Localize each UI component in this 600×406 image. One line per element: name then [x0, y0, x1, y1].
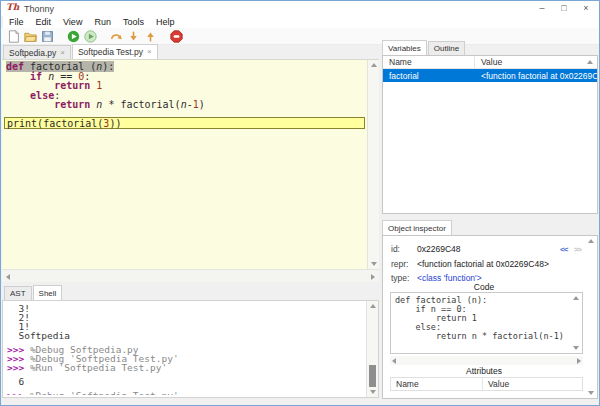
inspector-tabstrip: Object inspector	[382, 221, 453, 235]
id-label: id:	[391, 244, 417, 254]
step-out-icon[interactable]	[143, 29, 157, 43]
inspector-id-row: id: 0x2269C48 << >>	[391, 244, 581, 254]
tab-label: Object inspector	[388, 224, 446, 233]
tab-ast[interactable]: AST	[4, 286, 32, 300]
tab-variables[interactable]: Variables	[382, 40, 427, 55]
thonny-window: Th Thonny – □ × File Edit View Run Tools…	[0, 0, 600, 406]
code-line: print(factorial(3))	[4, 117, 365, 129]
nav-back-icon[interactable]: <<	[560, 245, 567, 254]
inspector-code-hscrollbar[interactable]	[390, 356, 583, 365]
variable-value: <function factorial at 0x02269C48>	[475, 71, 597, 81]
menu-help[interactable]: Help	[150, 17, 181, 27]
attributes-header-value: Value	[483, 379, 582, 389]
object-inspector-panel: id: 0x2269C48 << >> repr: <function fact…	[382, 235, 598, 399]
scroll-left-icon[interactable]	[392, 358, 396, 364]
scroll-down-icon[interactable]	[573, 346, 579, 350]
id-value: 0x2269C48	[417, 244, 460, 254]
scroll-down-icon[interactable]	[588, 391, 594, 395]
code-line: 2!	[7, 313, 364, 322]
variables-panel: Name Value factorial <function factorial…	[382, 55, 598, 214]
tab-softpedia-py[interactable]: Softpedia.py ×	[3, 45, 71, 59]
editor-hscrollbar[interactable]	[2, 269, 379, 282]
scroll-up-icon[interactable]	[371, 63, 377, 67]
tab-label: Variables	[388, 44, 421, 53]
step-over-icon[interactable]	[109, 29, 123, 43]
inspector-fields: id: 0x2269C48 << >> repr: <function fact…	[391, 244, 581, 288]
code-line: return n * factorial(n-1)	[395, 332, 571, 341]
tab-object-inspector[interactable]: Object inspector	[382, 220, 452, 235]
stop-reset-icon[interactable]	[169, 29, 183, 43]
menu-tools[interactable]: Tools	[117, 17, 150, 27]
titlebar: Th Thonny – □ ×	[1, 1, 599, 16]
scroll-left-icon[interactable]	[6, 274, 10, 280]
save-file-icon[interactable]	[40, 29, 54, 43]
tab-label: Softpedia Test.py	[78, 47, 143, 57]
editor-vscrollbar[interactable]	[367, 60, 379, 269]
code-editor[interactable]: def factorial (n): if n == 0: return 1 e…	[2, 59, 379, 269]
tab-label: AST	[10, 289, 26, 298]
variables-header-name: Name	[383, 56, 475, 68]
shell-vscrollbar[interactable]	[366, 301, 378, 397]
inspector-code-box[interactable]: def factorial (n): if n == 0: return 1 e…	[390, 292, 583, 354]
menu-file[interactable]: File	[3, 17, 30, 27]
menubar: File Edit View Run Tools Help	[3, 16, 599, 28]
scrollbar-thumb[interactable]	[369, 365, 376, 387]
tab-close-icon[interactable]: ×	[147, 48, 152, 56]
shell-panel[interactable]: 3! 2! 1! Softpedia>>> %Debug Softpedia.p…	[2, 300, 379, 398]
attributes-header-name: Name	[391, 378, 483, 390]
open-file-icon[interactable]	[23, 29, 37, 43]
editor-tabstrip: Softpedia.py × Softpedia Test.py ×	[3, 44, 159, 59]
scroll-right-icon[interactable]	[577, 358, 581, 364]
attributes-section-label: Attributes	[383, 366, 585, 376]
tab-label: Outline	[434, 44, 459, 53]
window-title: Thonny	[24, 4, 54, 14]
variables-tabstrip: Variables Outline	[382, 41, 466, 55]
scroll-up-icon[interactable]	[573, 296, 579, 300]
step-into-icon[interactable]	[126, 29, 140, 43]
nav-forward-icon: >>	[574, 245, 581, 254]
scroll-down-icon[interactable]	[370, 390, 376, 394]
inspector-repr-row: repr: <function factorial at 0x02269C48>	[391, 259, 581, 269]
run-script-icon[interactable]	[66, 29, 80, 43]
code-line	[6, 110, 367, 116]
tab-softpedia-test-py[interactable]: Softpedia Test.py ×	[72, 44, 158, 59]
variables-header-row: Name Value	[383, 56, 597, 69]
editor-code-area[interactable]: def factorial (n): if n == 0: return 1 e…	[2, 60, 367, 269]
scroll-right-icon[interactable]	[371, 274, 375, 280]
tab-close-icon[interactable]: ×	[60, 49, 65, 57]
variable-name: factorial	[383, 71, 475, 81]
minimize-button[interactable]: –	[531, 1, 553, 16]
shell-tabstrip: AST Shell	[4, 285, 63, 300]
tab-label: Softpedia.py	[9, 48, 56, 58]
repr-value: <function factorial at 0x02269C48>	[417, 259, 549, 269]
code-line: >>> %Debug 'Softpedia Test.py'	[7, 391, 364, 395]
menu-run[interactable]: Run	[88, 17, 117, 27]
scroll-up-icon[interactable]	[370, 304, 376, 308]
tab-label: Shell	[39, 289, 57, 298]
code-line: >>> %Run 'Softpedia Test.py'	[7, 363, 364, 372]
code-line: return n * factorial(n-1)	[6, 100, 367, 110]
new-file-icon[interactable]	[6, 29, 20, 43]
variables-header-value: Value	[475, 57, 597, 67]
maximize-button[interactable]: □	[553, 1, 575, 16]
menu-edit[interactable]: Edit	[30, 17, 58, 27]
code-line: 6	[7, 377, 364, 386]
shell-output[interactable]: 3! 2! 1! Softpedia>>> %Debug Softpedia.p…	[7, 304, 364, 395]
menu-view[interactable]: View	[57, 17, 88, 27]
scroll-up-icon[interactable]	[587, 60, 593, 64]
code-line: 3!	[7, 304, 364, 313]
variable-row-factorial[interactable]: factorial <function factorial at 0x02269…	[383, 69, 597, 82]
thonny-logo-icon: Th	[6, 2, 19, 12]
tab-outline[interactable]: Outline	[428, 41, 465, 55]
repr-label: repr:	[391, 259, 417, 269]
scroll-down-icon[interactable]	[371, 262, 377, 266]
inspector-nav: << >>	[560, 245, 581, 254]
code-line: Softpedia	[7, 331, 364, 340]
scroll-up-icon[interactable]	[588, 239, 594, 243]
debug-script-icon[interactable]	[83, 29, 97, 43]
inspector-code: def factorial (n): if n == 0: return 1 e…	[395, 296, 571, 353]
close-button[interactable]: ×	[575, 1, 597, 16]
tab-shell[interactable]: Shell	[33, 285, 63, 300]
toolbar	[1, 28, 599, 45]
code-section-label: Code	[383, 282, 585, 292]
